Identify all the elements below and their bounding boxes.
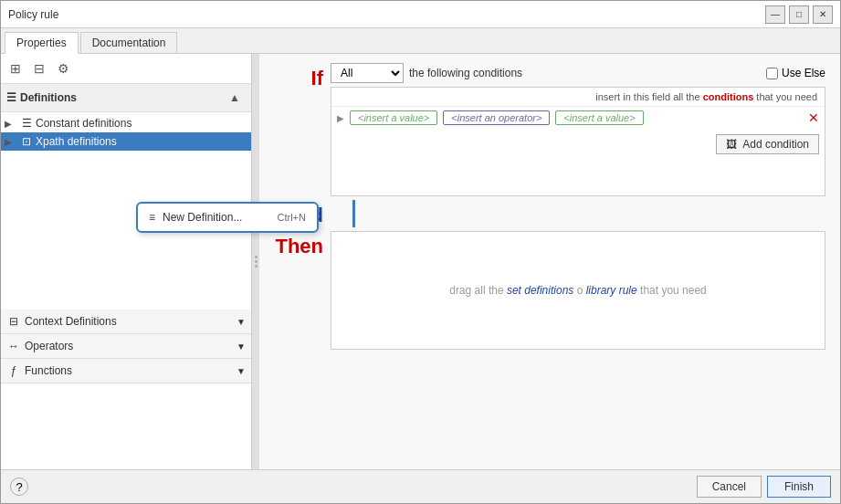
use-else-group: Use Else — [766, 67, 825, 79]
gear-icon[interactable]: ⚙ — [52, 58, 74, 79]
add-condition-button[interactable]: 🖼 Add condition — [716, 134, 819, 154]
then-body: drag all the set definitions o library r… — [331, 231, 825, 350]
conditions-box: insert in this field all the conditions … — [331, 87, 825, 196]
operators-icon: ↔ — [6, 339, 21, 353]
condition-value1[interactable]: <insert a value> — [350, 110, 437, 125]
chevron-down-icon-3: ▼ — [237, 366, 246, 376]
left-toolbar: ⊞ ⊟ ⚙ — [1, 54, 251, 84]
tab-documentation[interactable]: Documentation — [80, 32, 178, 53]
definitions-header: ☰ Definitions ▲ — [1, 84, 251, 112]
then-keyword: Then — [268, 231, 323, 258]
then-box: drag all the set definitions o library r… — [331, 231, 825, 350]
all-dropdown[interactable]: All — [331, 63, 404, 83]
chevron-down-icon-2: ▼ — [237, 341, 246, 352]
list-icon: ☰ — [6, 91, 16, 104]
condition-row: ▶ <insert a value> <insert an operator> … — [331, 107, 825, 129]
accordion-operators: ↔ Operators ▼ — [1, 334, 251, 359]
cancel-button[interactable]: Cancel — [697, 476, 762, 498]
context-icon: ⊟ — [6, 314, 21, 329]
left-panel: ⊞ ⊟ ⚙ ☰ Definitions ▲ ▶ ☰ Constant defin… — [1, 54, 252, 469]
accordion-context: ⊟ Context Definitions ▼ — [1, 310, 251, 334]
xpath-icon: ⊡ — [19, 134, 34, 149]
use-else-label: Use Else — [782, 67, 825, 79]
if-keyword: If — [268, 63, 323, 90]
vertical-divider — [352, 200, 355, 227]
context-label: Context Definitions — [25, 315, 117, 328]
collapse-panel-icon[interactable]: ▲ — [224, 87, 246, 109]
window-controls: — □ ✕ — [765, 5, 833, 24]
tab-properties[interactable]: Properties — [5, 32, 79, 54]
condition-text: the following conditions — [409, 67, 522, 79]
tree-item-constant[interactable]: ▶ ☰ Constant definitions — [1, 114, 251, 132]
window-title: Policy rule — [8, 8, 58, 21]
expand-icon-2: ▶ — [5, 137, 17, 147]
if-body: All the following conditions Use Else in… — [331, 63, 825, 196]
condition-value2[interactable]: <insert a value> — [555, 110, 643, 125]
add-condition-icon: 🖼 — [726, 138, 737, 151]
policy-rule-window: Policy rule — □ ✕ Properties Documentati… — [0, 0, 841, 504]
add-condition-row: 🖼 Add condition — [331, 129, 825, 160]
functions-label: Functions — [25, 364, 72, 377]
new-definition-label: New Definition... — [163, 211, 242, 224]
accordion-functions-header[interactable]: ƒ Functions ▼ — [1, 359, 251, 383]
add-condition-label: Add condition — [742, 138, 809, 151]
context-menu-popup: ≡ New Definition... Ctrl+N — [136, 202, 319, 233]
accordion-context-header[interactable]: ⊟ Context Definitions ▼ — [1, 310, 251, 333]
right-panel: If All the following conditions Use Else — [259, 54, 840, 469]
conditions-header: All the following conditions Use Else — [331, 63, 825, 83]
condition-arrow: ▶ — [337, 113, 344, 123]
finish-button[interactable]: Finish — [767, 476, 831, 498]
functions-icon: ƒ — [6, 363, 21, 378]
list-icon-tree: ☰ — [19, 116, 34, 131]
conditions-hint: insert in this field all the conditions … — [331, 88, 825, 107]
minimize-button[interactable]: — — [765, 5, 785, 24]
use-else-checkbox[interactable] — [766, 68, 778, 79]
chevron-down-icon: ▼ — [237, 317, 246, 327]
operators-label: Operators — [25, 340, 73, 352]
then-hint: drag all the set definitions o library r… — [449, 284, 707, 297]
condition-operator[interactable]: <insert an operator> — [443, 110, 550, 125]
panel-divider[interactable] — [252, 54, 259, 469]
condition-delete-icon[interactable]: ✕ — [808, 110, 819, 125]
then-section: Then drag all the set definitions o libr… — [268, 231, 825, 350]
definitions-label: ☰ Definitions — [6, 91, 77, 104]
new-definition-menu-item[interactable]: ≡ New Definition... Ctrl+N — [140, 207, 315, 227]
close-button[interactable]: ✕ — [813, 5, 833, 24]
left-bottom-area: ⊟ Context Definitions ▼ ↔ Operators ▼ ƒ — [1, 310, 251, 469]
tree-item-xpath[interactable]: ▶ ⊡ Xpath definitions — [1, 132, 251, 151]
tab-bar: Properties Documentation — [1, 28, 840, 54]
new-definition-icon: ≡ — [149, 211, 155, 224]
grid-icon[interactable]: ⊞ — [5, 58, 26, 79]
if-section: If All the following conditions Use Else — [268, 63, 825, 196]
bottom-bar: ? Cancel Finish — [1, 469, 840, 503]
expand-icon: ▶ — [5, 119, 17, 129]
maximize-button[interactable]: □ — [789, 5, 809, 24]
accordion-functions: ƒ Functions ▼ — [1, 359, 251, 383]
accordion-operators-header[interactable]: ↔ Operators ▼ — [1, 334, 251, 358]
title-bar: Policy rule — □ ✕ — [1, 1, 840, 28]
table-icon[interactable]: ⊟ — [28, 58, 50, 79]
main-content: ⊞ ⊟ ⚙ ☰ Definitions ▲ ▶ ☰ Constant defin… — [1, 54, 840, 469]
new-definition-shortcut: Ctrl+N — [278, 212, 306, 223]
and-section: and — [268, 200, 825, 227]
help-icon[interactable]: ? — [10, 478, 28, 496]
